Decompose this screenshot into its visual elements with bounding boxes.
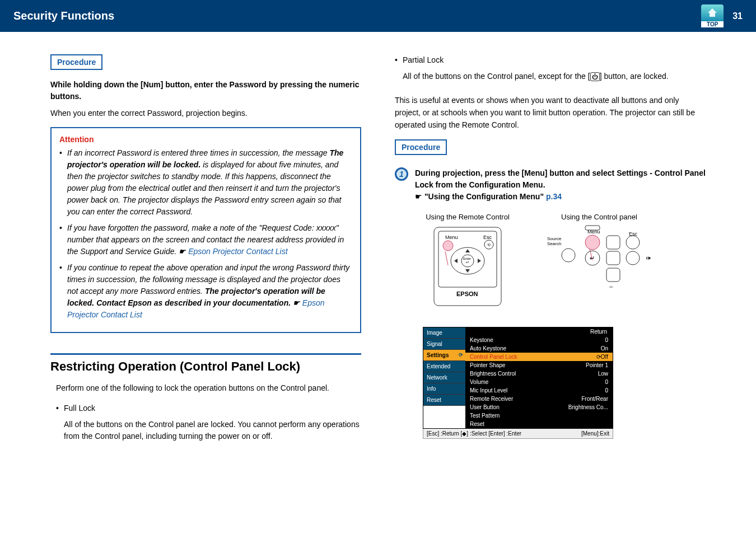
remote-svg: Menu Esc ⟲ Enter ↵ EPSON [423, 224, 512, 308]
svg-text:⟲: ⟲ [487, 243, 491, 247]
cfg-link-text: "Using the Configuration Menu" [424, 192, 544, 201]
bar-right: [Menu]:Exit [581, 430, 609, 437]
menu-label: Menu [445, 235, 458, 240]
menu-row[interactable]: Volume0 [465, 378, 613, 386]
step-row: 1 During projection, press the [Menu] bu… [395, 167, 706, 203]
menu-tab[interactable]: Network [423, 372, 465, 383]
section-rule [50, 353, 361, 355]
bar-left: [Esc] :Return [◆] :Select [Enter] :Enter [427, 430, 521, 437]
menu-row[interactable]: Pointer ShapePointer 1 [465, 361, 613, 369]
svg-rect-23 [606, 268, 620, 282]
svg-point-16 [626, 236, 640, 249]
contact-link[interactable]: Epson Projector Contact List [188, 247, 287, 256]
svg-point-21 [626, 251, 640, 265]
svg-text:⎓: ⎓ [609, 283, 613, 290]
menu-help-bar: [Esc] :Return [◆] :Select [Enter] :Enter… [423, 429, 613, 439]
section-title: Restricting Operation (Control Panel Loc… [50, 359, 361, 374]
page-number: 31 [732, 11, 743, 21]
page-header: Security Functions TOP 31 [0, 0, 756, 32]
partial-lock-label: Partial Lock [403, 55, 444, 64]
esc-label: Esc [483, 235, 492, 240]
svg-text:🕪: 🕪 [646, 255, 651, 261]
menu-tab[interactable]: Image [423, 327, 465, 339]
menu-items: Return Keystone0 Auto KeystoneOn Control… [465, 327, 613, 428]
menu-row[interactable]: Keystone0 [465, 336, 613, 344]
menu-row[interactable]: User ButtonBrightness Co... [465, 403, 613, 411]
home-icon [701, 4, 724, 21]
menu-tab-selected[interactable]: Settings [423, 350, 465, 361]
top-label: TOP [701, 21, 724, 27]
text: ] button, are locked. [600, 72, 669, 81]
svg-text:↵: ↵ [590, 255, 595, 261]
menu-row[interactable]: Remote ReceiverFront/Rear [465, 395, 613, 403]
step-number: 1 [395, 167, 408, 181]
partial-lock-body: All of the buttons on the Control panel,… [403, 71, 706, 83]
header-right: TOP 31 [701, 4, 743, 27]
attention-item: If you have forgotten the password, make… [59, 222, 352, 257]
full-lock-label: Full Lock [64, 404, 95, 413]
cfg-page-link[interactable]: p.34 [546, 192, 562, 201]
search-label: Search [547, 241, 561, 246]
attention-box: Attention If an incorrect Password is en… [50, 127, 361, 333]
return-label[interactable]: Return [465, 327, 613, 336]
svg-marker-0 [708, 8, 717, 17]
procedure-label: Procedure [395, 139, 447, 155]
panel-title: Using the Control panel [546, 213, 652, 221]
svg-rect-15 [606, 236, 620, 249]
menu-tabs: Image Signal Settings Extended Network I… [423, 327, 465, 428]
menu-row-highlight[interactable]: Control Panel Lock⟳Off [465, 353, 613, 361]
section-intro: Perform one of the following to lock the… [56, 382, 361, 394]
attention-title: Attention [59, 135, 352, 144]
instruction-result: When you enter the correct Password, pro… [50, 107, 361, 119]
step-body: During projection, press the [Menu] butt… [415, 167, 706, 203]
text: All of the buttons on the Control panel,… [403, 72, 590, 81]
left-column: Procedure While holding down the [Num] b… [50, 54, 361, 449]
header-title: Security Functions [13, 10, 114, 22]
svg-rect-20 [606, 251, 620, 265]
menu-tab[interactable]: Signal [423, 339, 465, 350]
cfg-link-row: ☛ "Using the Configuration Menu" p.34 [415, 191, 706, 203]
menu-screenshot: Image Signal Settings Extended Network I… [423, 327, 613, 439]
attention-item: If an incorrect Password is entered thre… [59, 147, 352, 218]
attention-item: If you continue to repeat the above oper… [59, 262, 352, 321]
useful-text: This is useful at events or shows when y… [395, 94, 706, 132]
procedure-label: Procedure [50, 54, 102, 70]
attention-list: If an incorrect Password is entered thre… [59, 147, 352, 321]
menu-row[interactable]: Auto KeystoneOn [465, 344, 613, 353]
content: Procedure While holding down the [Num] b… [0, 32, 756, 472]
remote-title: Using the Remote Control [423, 213, 512, 221]
full-lock-body: All of the buttons on the Control panel … [64, 419, 361, 443]
svg-point-17 [562, 249, 575, 262]
pointer-icon: ☛ [415, 192, 424, 201]
menu-tab[interactable]: Reset [423, 395, 465, 406]
menu-tab[interactable]: Info [423, 383, 465, 395]
top-nav-icon[interactable]: TOP [701, 4, 724, 27]
instruction-bold: While holding down the [Num] button, ent… [50, 79, 361, 102]
menu-row[interactable]: Reset [465, 420, 613, 428]
diagrams: Using the Remote Control Menu Esc ⟲ Ente… [423, 213, 706, 310]
lock-list-cont: Partial Lock [395, 54, 706, 66]
step-text: During projection, press the [Menu] butt… [415, 167, 706, 191]
text: If an incorrect Password is entered thre… [67, 148, 329, 157]
source-label: Source [547, 236, 562, 241]
remote-diagram: Using the Remote Control Menu Esc ⟲ Ente… [423, 213, 512, 310]
right-column: Partial Lock All of the buttons on the C… [395, 54, 706, 449]
menu-row[interactable]: Test Pattern [465, 411, 613, 420]
panel-svg: Menu Esc Source Search ↵ 🕪 ⎓ [546, 224, 652, 297]
brand-label: EPSON [456, 291, 478, 297]
list-item: Full Lock [56, 402, 361, 414]
menu-tab[interactable]: Extended [423, 361, 465, 372]
menu-row[interactable]: Mic Input Level0 [465, 386, 613, 395]
list-item: Partial Lock [395, 54, 706, 66]
svg-point-14 [585, 235, 600, 250]
svg-point-3 [443, 241, 453, 251]
svg-text:↵: ↵ [466, 260, 469, 264]
menu-row[interactable]: Brightness ControlLow [465, 369, 613, 378]
pointer-icon: ☛ [293, 298, 302, 307]
power-icon: ⏻ [590, 72, 600, 81]
lock-list: Full Lock [50, 402, 361, 414]
pointer-icon: ☛ [179, 247, 188, 256]
panel-diagram: Using the Control panel Menu Esc Source … [546, 213, 652, 310]
